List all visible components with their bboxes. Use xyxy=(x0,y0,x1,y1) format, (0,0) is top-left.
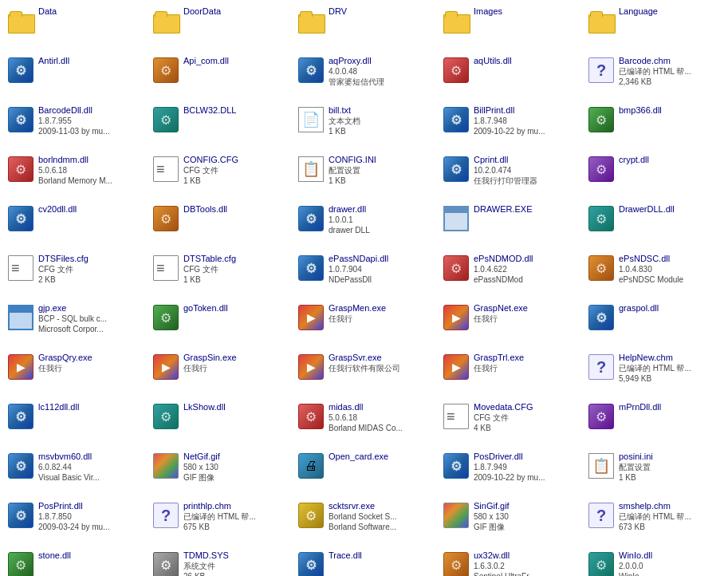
file-grid: DataDoorDataDRVImagesLanguageAntirl.dllA… xyxy=(0,0,728,576)
file-item[interactable]: msvbvm60.dll6.0.82.44 Visual Basic Vir..… xyxy=(3,448,148,496)
file-icon-folder xyxy=(153,8,179,34)
file-item[interactable]: bmp366.dll xyxy=(584,102,728,150)
file-item[interactable]: GraspSvr.exe任我行软件有限公司 xyxy=(293,349,439,397)
file-item[interactable]: borlndmm.dll5.0.6.18 Borland Memory M... xyxy=(3,152,148,199)
file-item[interactable]: DTSFiles.cfgCFG 文件 2 KB xyxy=(3,251,148,298)
file-meta: 已编译的 HTML 帮... 673 KB xyxy=(619,511,724,532)
file-item[interactable]: Antirl.dll xyxy=(3,53,148,101)
file-item[interactable]: Barcode.chm已编译的 HTML 帮... 2,346 KB xyxy=(584,53,728,101)
file-item[interactable]: bill.txt文本文档 1 KB xyxy=(293,102,439,150)
file-name: lc112dll.dll xyxy=(38,402,144,412)
file-item[interactable]: stone.dll xyxy=(3,547,148,576)
file-meta: 1.0.0.1 drawer DLL xyxy=(329,215,434,235)
file-meta: 1.8.7.948 2009-10-22 by mu... xyxy=(474,116,579,136)
file-item[interactable]: goToken.dll xyxy=(148,300,293,348)
file-icon-dll xyxy=(8,57,33,83)
file-item[interactable]: ux32w.dll1.6.3.0.2 Sentinel UltraFr... xyxy=(439,547,584,576)
file-meta: 1.8.7.850 2009-03-24 by mu... xyxy=(38,511,144,532)
file-meta: 任我行软件有限公司 xyxy=(329,363,434,373)
file-icon-dll xyxy=(298,57,324,83)
file-meta: 已编译的 HTML 帮... 5,949 KB xyxy=(619,363,724,384)
file-item[interactable]: DoorData xyxy=(148,3,293,51)
file-item[interactable]: Trace.dll xyxy=(293,547,439,576)
file-item[interactable]: Api_com.dll xyxy=(148,53,293,101)
file-item[interactable]: cv20dll.dll xyxy=(3,201,148,249)
file-item[interactable]: GraspNet.exe任我行 xyxy=(439,300,584,348)
file-item[interactable]: posini.ini配置设置 1 KB xyxy=(584,448,728,496)
file-item[interactable]: Language xyxy=(584,3,728,51)
file-name: CONFIG.INI xyxy=(329,155,434,164)
file-item[interactable]: GraspSin.exe任我行 xyxy=(148,349,293,397)
file-item[interactable]: DrawerDLL.dll xyxy=(584,201,728,249)
file-icon-dll-red xyxy=(298,404,324,429)
file-item[interactable]: aqProxy.dll4.0.0.48 管家婆短信代理 xyxy=(293,53,439,101)
file-name: drawer.dll xyxy=(329,204,434,214)
file-item[interactable]: Open_card.exe xyxy=(293,448,439,496)
file-item[interactable]: Movedata.CFGCFG 文件 4 KB xyxy=(439,399,584,447)
file-name: CONFIG.CFG xyxy=(183,155,289,164)
file-name: printhlp.chm xyxy=(183,501,289,511)
file-name: Cprint.dll xyxy=(474,155,579,164)
file-meta: 任我行 xyxy=(329,314,434,324)
file-item[interactable]: Images xyxy=(439,3,584,51)
file-item[interactable]: NetGif.gif580 x 130 GIF 图像 xyxy=(148,448,293,496)
file-item[interactable]: BCLW32.DLL xyxy=(148,102,293,150)
file-item[interactable]: Data xyxy=(3,3,148,51)
file-item[interactable]: ePsNDMOD.dll1.0.4.622 ePassNDMod xyxy=(439,251,584,298)
file-item[interactable]: GraspTrl.exe任我行 xyxy=(439,349,584,397)
file-item[interactable]: crypt.dll xyxy=(584,152,728,199)
file-item[interactable]: printhlp.chm已编译的 HTML 帮... 675 KB xyxy=(148,498,293,546)
file-name: DBTools.dll xyxy=(183,204,289,214)
file-item[interactable]: SinGif.gif580 x 130 GIF 图像 xyxy=(439,498,584,546)
file-item[interactable]: smshelp.chm已编译的 HTML 帮... 673 KB xyxy=(584,498,728,546)
file-name: DoorData xyxy=(183,6,289,16)
file-item[interactable]: mPrnDll.dll xyxy=(584,399,728,447)
file-item[interactable]: BillPrint.dll1.8.7.948 2009-10-22 by mu.… xyxy=(439,102,584,150)
file-item[interactable]: CONFIG.INI配置设置 1 KB xyxy=(293,152,439,199)
file-item[interactable]: midas.dll5.0.6.18 Borland MIDAS Co... xyxy=(293,399,439,447)
file-item[interactable]: PosDriver.dll1.8.7.949 2009-10-22 by mu.… xyxy=(439,448,584,496)
file-item[interactable]: ePsNDSC.dll1.0.4.830 ePsNDSC Module xyxy=(584,251,728,298)
file-item[interactable]: scktsrvr.exeBorland Socket S... Borland … xyxy=(293,498,439,546)
file-item[interactable]: BarcodeDll.dll1.8.7.955 2009-11-03 by mu… xyxy=(3,102,148,150)
file-meta: 已编译的 HTML 帮... 675 KB xyxy=(183,511,289,532)
file-name: Open_card.exe xyxy=(329,452,434,461)
file-item[interactable]: TDMD.SYS系统文件 26 KB xyxy=(148,547,293,576)
file-item[interactable]: GraspMen.exe任我行 xyxy=(293,300,439,348)
file-item[interactable]: lc112dll.dll xyxy=(3,399,148,447)
file-item[interactable]: DBTools.dll xyxy=(148,201,293,249)
file-icon-dll xyxy=(8,107,33,132)
file-name: WinIo.dll xyxy=(619,550,724,560)
file-name: mPrnDll.dll xyxy=(619,402,724,412)
file-name: HelpNew.chm xyxy=(619,353,724,362)
file-item[interactable]: DRAWER.EXE xyxy=(439,201,584,249)
file-icon-dll-purple xyxy=(588,156,614,182)
file-item[interactable]: DTSTable.cfgCFG 文件 1 KB xyxy=(148,251,293,298)
file-meta: 580 x 130 GIF 图像 xyxy=(474,511,579,532)
file-name: Movedata.CFG xyxy=(474,402,579,412)
file-item[interactable]: drawer.dll1.0.0.1 drawer DLL xyxy=(293,201,439,249)
file-item[interactable]: DRV xyxy=(293,3,439,51)
file-meta: 系统文件 26 KB xyxy=(183,561,289,576)
file-icon-chm xyxy=(588,354,614,380)
file-name: PosDriver.dll xyxy=(474,452,579,461)
file-icon-dll-orange xyxy=(153,206,179,231)
file-item[interactable]: Cprint.dll10.2.0.474 任我行打印管理器 xyxy=(439,152,584,199)
file-meta: CFG 文件 4 KB xyxy=(474,412,579,433)
file-item[interactable]: GraspQry.exe任我行 xyxy=(3,349,148,397)
file-meta: BCP - SQL bulk c... Microsoft Corpor... xyxy=(38,314,144,334)
file-meta: 1.0.4.830 ePsNDSC Module xyxy=(619,264,724,285)
file-item[interactable]: CONFIG.CFGCFG 文件 1 KB xyxy=(148,152,293,199)
file-item[interactable]: LkShow.dll xyxy=(148,399,293,447)
file-name: GraspTrl.exe xyxy=(474,353,579,362)
file-item[interactable]: ePassNDapi.dll1.0.7.904 NDePassDll xyxy=(293,251,439,298)
file-item[interactable]: aqUtils.dll xyxy=(439,53,584,101)
file-meta: 文本文档 1 KB xyxy=(329,116,434,136)
file-item[interactable]: graspol.dll xyxy=(584,300,728,348)
file-icon-dll-orange xyxy=(588,255,614,281)
file-item[interactable]: PosPrint.dll1.8.7.850 2009-03-24 by mu..… xyxy=(3,498,148,546)
file-item[interactable]: gjp.exeBCP - SQL bulk c... Microsoft Cor… xyxy=(3,300,148,348)
file-item[interactable]: HelpNew.chm已编译的 HTML 帮... 5,949 KB xyxy=(584,349,728,397)
file-item[interactable]: WinIo.dll2.0.0.0 WinIo xyxy=(584,547,728,576)
file-name: cv20dll.dll xyxy=(38,204,144,214)
